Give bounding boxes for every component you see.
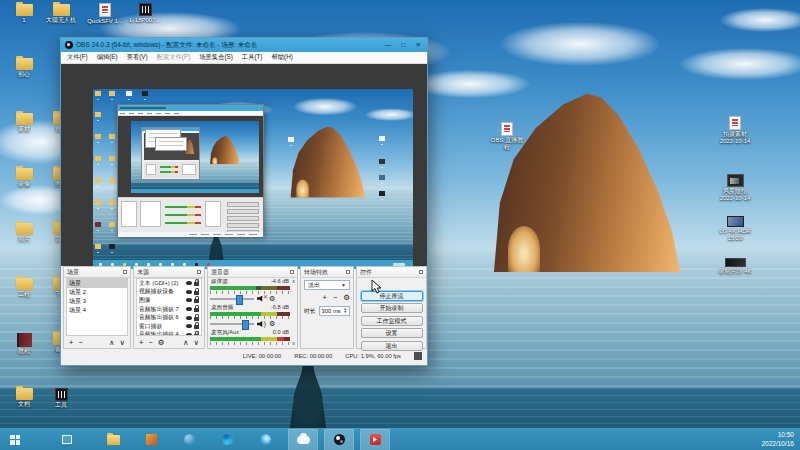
desktop-icon[interactable]: 教程 <box>5 333 43 355</box>
desktop-icon[interactable]: L-18P007... <box>126 3 164 24</box>
taskbar-item-edge[interactable] <box>212 429 242 450</box>
cloud-icon <box>297 436 310 444</box>
studio-mode-button[interactable]: 工作室模式 <box>361 316 423 326</box>
settings-button[interactable]: 设置 <box>361 328 423 338</box>
visibility-eye-icon[interactable] <box>186 290 192 294</box>
duration-spinner[interactable]: 300 ms ▲▼ <box>319 306 350 316</box>
desktop-icon[interactable]: 工程 <box>5 278 43 298</box>
source-item[interactable]: 窗口捕获 <box>137 322 201 331</box>
close-button[interactable]: ✕ <box>416 41 421 49</box>
menu-scene-collection[interactable]: 场景集合(S) <box>199 53 233 62</box>
desktop-icon[interactable]: QuckSFV 1... <box>86 3 124 25</box>
panel-float-icon[interactable] <box>346 270 350 274</box>
visibility-eye-icon[interactable] <box>186 281 192 285</box>
obs-title-bar[interactable]: OBS 24.0.3 (64-bit, windows) - 配置文件: 未命名… <box>61 38 427 52</box>
menu-edit[interactable]: 编辑(E) <box>97 53 118 62</box>
panel-float-icon[interactable] <box>197 270 201 274</box>
lock-icon[interactable] <box>194 308 199 312</box>
desktop-icon[interactable]: 工具 <box>42 388 80 409</box>
taskbar-item-file-explorer[interactable] <box>98 429 128 450</box>
taskbar-clock[interactable]: 10:50 2022/10/16 <box>761 431 800 447</box>
visibility-eye-icon[interactable] <box>186 324 192 328</box>
lock-icon[interactable] <box>194 299 199 303</box>
panel-float-icon[interactable] <box>123 270 127 274</box>
start-recording-button[interactable]: 开始录制 <box>361 303 423 313</box>
add-transition-button[interactable]: + <box>322 293 326 302</box>
start-button[interactable] <box>0 429 30 450</box>
remove-transition-button[interactable]: − <box>333 293 337 302</box>
scroll-down-icon[interactable]: ∨ <box>291 341 296 346</box>
menu-view[interactable]: 查看(V) <box>127 53 148 62</box>
lock-icon[interactable] <box>194 291 199 295</box>
desktop-icon[interactable]: 风景随拍 2022-10-14 <box>716 174 754 201</box>
taskbar-item-netdisk[interactable] <box>288 429 318 450</box>
visibility-eye-icon[interactable] <box>186 316 192 320</box>
desktop-icon[interactable]: 录制片段 4K <box>716 258 754 275</box>
obs-logo-icon <box>65 41 73 49</box>
spin-down-icon[interactable]: ▼ <box>344 311 347 315</box>
source-item[interactable]: 音频输出捕获 6 <box>137 313 201 322</box>
scene-down-button[interactable]: ∨ <box>120 338 126 347</box>
source-item[interactable]: 视频捕获设备 <box>137 288 201 297</box>
desktop-icon[interactable]: 素材 <box>5 113 43 133</box>
visibility-eye-icon[interactable] <box>186 298 192 302</box>
desktop-icon[interactable]: 照片 <box>5 223 43 243</box>
stop-streaming-button[interactable]: 停止推流 <box>361 291 423 301</box>
panel-float-icon[interactable] <box>290 270 294 274</box>
menu-help[interactable]: 帮助(H) <box>271 53 292 62</box>
speaker-icon[interactable] <box>257 320 266 328</box>
source-item[interactable]: 音频输出捕获 4 <box>137 331 201 336</box>
add-source-button[interactable]: + <box>139 338 143 347</box>
menu-file[interactable]: 文件(F) <box>67 53 88 62</box>
taskbar-item-obs[interactable] <box>324 429 354 450</box>
channel-gear-icon[interactable]: ⚙ <box>269 320 275 328</box>
scene-item[interactable]: 场景 3 <box>67 297 127 306</box>
folder-icon <box>16 113 33 125</box>
desktop-icon[interactable]: OBS 直播教程 <box>488 122 526 150</box>
desktop-icon[interactable]: 1 <box>5 4 43 24</box>
desktop-icon[interactable]: 初心 <box>5 58 43 78</box>
add-scene-button[interactable]: + <box>69 338 73 347</box>
scroll-down-icon[interactable]: ∨ <box>195 330 200 335</box>
menu-profile[interactable]: 配置文件(P) <box>157 53 191 62</box>
scene-item[interactable]: 场景 4 <box>67 306 127 315</box>
lock-icon[interactable] <box>194 317 199 321</box>
transition-select[interactable]: 淡出 ▼ <box>304 280 350 290</box>
visibility-eye-icon[interactable] <box>186 333 192 336</box>
obs-preview-area[interactable] <box>61 64 427 266</box>
scene-item[interactable]: 场景 2 <box>67 288 127 297</box>
desktop-icon[interactable]: LG 4K HDR 15:20 <box>716 216 754 241</box>
visibility-eye-icon[interactable] <box>186 307 192 311</box>
taskbar-item-task-view[interactable] <box>52 429 82 450</box>
source-item[interactable]: 图像 <box>137 296 201 305</box>
source-up-button[interactable]: ∧ <box>183 338 189 347</box>
scroll-up-icon[interactable]: ∧ <box>195 279 200 284</box>
maximize-button[interactable]: □ <box>402 41 406 49</box>
scene-item[interactable]: 场景 <box>67 279 127 288</box>
speaker-muted-icon[interactable] <box>257 295 266 303</box>
taskbar-item-photos[interactable] <box>136 429 166 450</box>
source-item[interactable]: 文本 (GDI+) (2) <box>137 279 201 288</box>
channel-gear-icon[interactable]: ⚙ <box>269 295 275 303</box>
source-item[interactable]: 音频输出捕获 7 <box>137 305 201 314</box>
remove-scene-button[interactable]: − <box>78 338 82 347</box>
desktop-icon[interactable]: 录像 <box>5 168 43 188</box>
taskbar-item-media-player[interactable] <box>360 429 390 450</box>
panel-float-icon[interactable] <box>419 270 423 274</box>
mixer-channel-name: 桌面音频 <box>211 304 233 312</box>
scroll-up-icon[interactable]: ∧ <box>291 279 296 284</box>
volume-slider[interactable] <box>210 298 254 300</box>
desktop-icon[interactable]: 大疆无人机 <box>42 4 80 24</box>
transition-properties-gear-icon[interactable]: ⚙ <box>343 293 350 302</box>
desktop-icon[interactable]: 文档 <box>5 388 43 408</box>
desktop-icon[interactable]: 拍摄素材 2022-10-14 <box>716 116 754 144</box>
scene-up-button[interactable]: ∧ <box>109 338 115 347</box>
taskbar-item-browser[interactable] <box>250 429 280 450</box>
remove-source-button[interactable]: − <box>148 338 152 347</box>
menu-tools[interactable]: 工具(T) <box>242 53 263 62</box>
volume-slider[interactable] <box>210 323 254 325</box>
minimize-button[interactable]: — <box>385 41 392 49</box>
taskbar-item-messenger[interactable] <box>174 429 204 450</box>
source-properties-gear-icon[interactable]: ⚙ <box>158 338 165 347</box>
source-down-button[interactable]: ∨ <box>194 338 200 347</box>
